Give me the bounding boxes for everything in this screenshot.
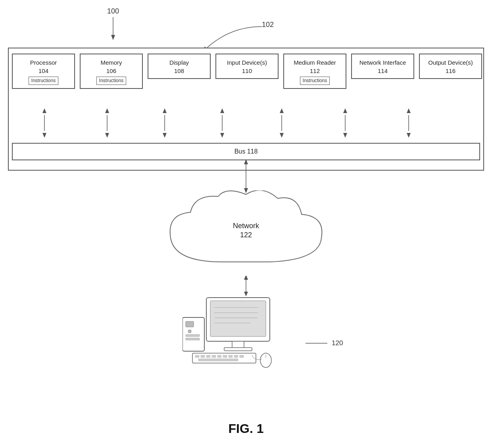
svg-marker-16 bbox=[280, 108, 284, 113]
svg-marker-8 bbox=[105, 133, 109, 138]
svg-marker-13 bbox=[220, 108, 224, 113]
svg-text:Network: Network bbox=[233, 222, 259, 230]
svg-rect-39 bbox=[224, 348, 252, 351]
svg-marker-26 bbox=[244, 160, 248, 164]
svg-marker-22 bbox=[407, 108, 411, 113]
svg-rect-45 bbox=[192, 353, 256, 363]
label-120: 120 bbox=[332, 339, 343, 347]
svg-rect-48 bbox=[206, 355, 210, 358]
label-100: 100 bbox=[107, 7, 119, 15]
svg-rect-55 bbox=[198, 359, 238, 361]
svg-rect-43 bbox=[186, 335, 200, 336]
svg-marker-31 bbox=[244, 276, 248, 280]
computer-illustration bbox=[183, 294, 302, 373]
bus-box: Bus 118 bbox=[12, 143, 480, 160]
svg-marker-14 bbox=[220, 133, 224, 138]
svg-rect-46 bbox=[195, 355, 199, 358]
label-120-line bbox=[306, 340, 329, 346]
svg-marker-7 bbox=[105, 108, 109, 113]
arrow-100-icon bbox=[109, 17, 117, 41]
figure-label: FIG. 1 bbox=[229, 421, 264, 436]
svg-marker-10 bbox=[163, 108, 167, 113]
svg-point-42 bbox=[188, 330, 191, 333]
svg-rect-54 bbox=[240, 355, 244, 358]
svg-rect-47 bbox=[201, 355, 205, 358]
svg-marker-19 bbox=[343, 108, 347, 113]
svg-marker-11 bbox=[163, 133, 167, 138]
bus-label: Bus 118 bbox=[234, 148, 258, 155]
svg-marker-23 bbox=[407, 133, 411, 138]
svg-text:122: 122 bbox=[240, 231, 252, 239]
diagram: 100 102 Processor 104 Instructions Memor… bbox=[0, 0, 492, 448]
svg-marker-20 bbox=[343, 133, 347, 138]
svg-rect-49 bbox=[212, 355, 216, 358]
svg-rect-41 bbox=[186, 321, 194, 327]
svg-marker-5 bbox=[42, 133, 46, 138]
svg-rect-51 bbox=[223, 355, 227, 358]
svg-marker-17 bbox=[280, 133, 284, 138]
svg-rect-52 bbox=[229, 355, 233, 358]
svg-rect-53 bbox=[234, 355, 238, 358]
svg-marker-4 bbox=[42, 108, 46, 113]
svg-rect-50 bbox=[217, 355, 221, 358]
svg-rect-44 bbox=[186, 338, 200, 340]
svg-marker-1 bbox=[111, 35, 115, 40]
network-cloud: Network 122 bbox=[143, 190, 349, 278]
svg-rect-33 bbox=[210, 301, 266, 336]
component-arrows bbox=[12, 54, 482, 145]
